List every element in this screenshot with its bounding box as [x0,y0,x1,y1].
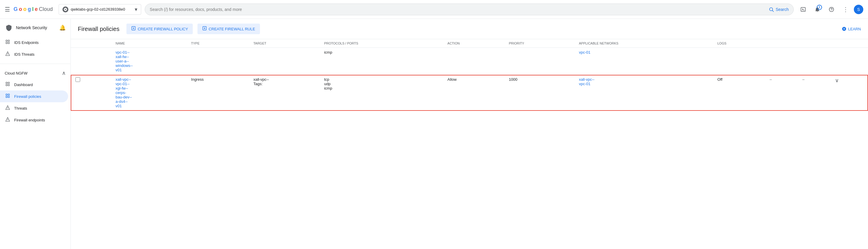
svg-rect-8 [6,40,7,41]
svg-rect-22 [8,96,9,97]
col-priority: Priority [504,39,574,48]
sidebar-item-firewall-policies-label: Firewall policies [14,94,41,99]
create-policy-icon [131,26,136,32]
create-rule-icon [202,26,207,32]
row1-checkbox-cell [71,48,111,75]
firewall-endpoints-icon [5,117,10,123]
row2-target-cell: xall-vpc--Tags: [249,75,319,111]
sidebar-item-dashboard[interactable]: Dashboard [0,79,68,90]
create-rule-label: CREATE FIREWALL RULE [209,27,255,31]
sidebar-top-items: IDS Endpoints IDS Threats [0,34,70,62]
learn-label: LEARN [848,27,861,31]
search-icon [769,7,774,12]
search-button[interactable]: Search [769,7,789,12]
terminal-button[interactable] [797,3,809,15]
sidebar-item-ids-endpoints[interactable]: IDS Endpoints [0,36,68,48]
sidebar-item-threats[interactable]: Threats [0,102,68,114]
search-input[interactable] [150,7,766,12]
cloud-ngfw-chevron-icon: ∧ [62,70,66,76]
row1-dash2-cell [798,48,830,75]
svg-rect-18 [8,84,9,86]
logo-cloud-text: Cloud [39,6,53,12]
row2-action-cell: Allow [443,75,504,111]
notification-button[interactable]: 1 [811,3,823,15]
svg-rect-15 [6,82,7,84]
project-dot-icon [62,6,68,12]
row1-dash1-cell [765,48,798,75]
svg-rect-11 [8,42,9,43]
row2-name-link[interactable]: xall-vpc--vpc-01--xgl-fw--cerps-bau-dev-… [116,77,132,108]
svg-point-1 [65,9,66,10]
svg-rect-17 [6,84,7,86]
svg-rect-16 [8,82,9,84]
terminal-icon [800,6,806,12]
sidebar-item-firewall-endpoints-label: Firewall endpoints [14,118,45,122]
logo-letter-o1: o [19,6,22,12]
notification-badge-count: 1 [817,5,822,10]
row1-network-link[interactable]: vpc-01 [579,50,590,55]
help-button[interactable] [826,3,837,15]
firewall-rules-table: Name Type Target Protocols / ports Actio… [71,39,868,111]
sidebar-title-text: Network Security [16,25,47,30]
table-body: vpc-01--xall-fw--user-a--windows--v01 ic… [71,48,868,111]
col-networks: Applicable networks [574,39,713,48]
sidebar-cloud-ngfw-section: Cloud NGFW ∧ Dashboard Firewall policies [0,65,70,128]
google-cloud-logo: Google Cloud [13,6,53,12]
logo-letter-l: l [32,6,34,12]
table-row: xall-vpc--vpc-01--xgl-fw--cerps-bau-dev-… [71,75,868,111]
sidebar-item-ids-threats[interactable]: IDS Threats [0,48,68,60]
col-expand [830,39,868,48]
sidebar-bell-icon[interactable]: 🔔 [59,25,66,31]
content-area: Firewall policies CREATE FIREWALL POLICY… [71,19,868,249]
row1-expand-cell [830,48,868,75]
row2-checkbox[interactable] [75,77,80,82]
search-label: Search [776,7,789,12]
hamburger-icon[interactable]: ☰ [5,6,10,13]
row2-name-cell: xall-vpc--vpc-01--xgl-fw--cerps-bau-dev-… [111,75,186,111]
sidebar-cloud-ngfw-header[interactable]: Cloud NGFW ∧ [0,67,70,79]
logo-letter-g2: g [28,6,31,12]
network-security-icon [5,24,13,32]
ids-endpoints-icon [5,39,10,45]
sidebar-item-firewall-policies[interactable]: Firewall policies [0,90,68,102]
sidebar-item-firewall-endpoints[interactable]: Firewall endpoints [0,114,68,126]
row2-network-link[interactable]: xall-vpc--vpc-01 [579,77,594,86]
more-options-icon: ⋮ [843,6,848,13]
row2-dash2-cell: – [798,75,830,111]
col-name: Name [111,39,186,48]
svg-rect-10 [6,42,7,43]
col-target: Target [249,39,319,48]
more-options-button[interactable]: ⋮ [840,3,851,15]
table-container: Name Type Target Protocols / ports Actio… [71,39,868,249]
row2-dash2: – [802,77,804,82]
content-header: Firewall policies CREATE FIREWALL POLICY… [71,19,868,39]
sidebar-item-dashboard-label: Dashboard [14,83,33,87]
sidebar-item-ids-endpoints-label: IDS Endpoints [14,40,39,45]
create-firewall-policy-button[interactable]: CREATE FIREWALL POLICY [126,24,193,34]
col-logs: Logs [713,39,765,48]
user-avatar[interactable]: S [854,5,863,14]
row1-action-cell [443,48,504,75]
svg-rect-21 [6,96,7,97]
help-icon [829,6,834,12]
search-bar[interactable]: Search [145,3,794,15]
row1-logs-cell [713,48,765,75]
svg-point-28 [7,120,8,121]
sidebar-app-title: Network Security [5,24,47,32]
create-policy-label: CREATE FIREWALL POLICY [137,27,188,31]
project-selector[interactable]: qwiklabs-gcp-02-cd12639338e0 ▾ [59,4,141,15]
create-firewall-rule-button[interactable]: CREATE FIREWALL RULE [197,24,260,34]
row2-expand-button[interactable]: ∨ [835,77,839,84]
main-layout: Network Security 🔔 IDS Endpoints IDS Thr… [0,19,868,249]
dashboard-icon [5,82,10,88]
row2-dash1-cell: – [765,75,798,111]
row1-name-link[interactable]: vpc-01--xall-fw--user-a--windows--v01 [116,50,133,72]
sidebar-item-threats-label: Threats [14,106,27,111]
row1-name-cell: vpc-01--xall-fw--user-a--windows--v01 [111,48,186,75]
topbar: ☰ Google Cloud qwiklabs-gcp-02-cd1263933… [0,0,868,19]
cloud-ngfw-label: Cloud NGFW [5,71,27,75]
row1-protocols-cell: icmp [319,48,443,75]
row2-expand-cell: ∨ [830,75,868,111]
learn-button[interactable]: LEARN [842,27,861,31]
row2-priority-cell: 1000 [504,75,574,111]
